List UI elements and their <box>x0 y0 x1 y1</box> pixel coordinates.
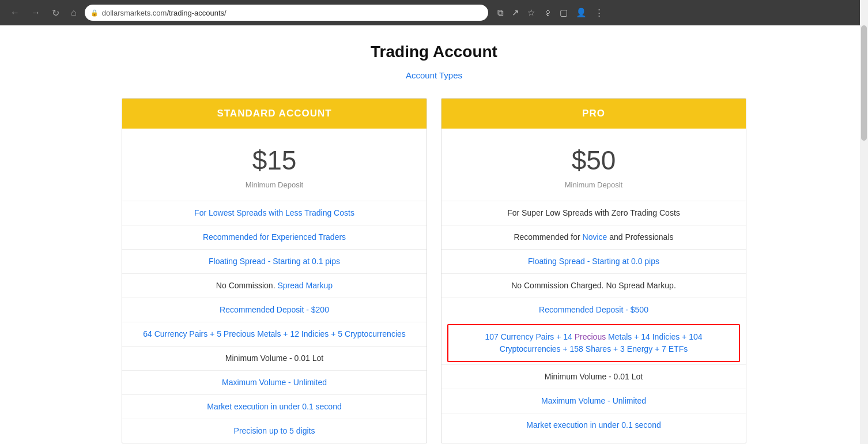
standard-row-7: Minimum Volume - 0.01 Lot <box>122 346 427 370</box>
pro-min-deposit-label: Minimum Deposit <box>441 180 746 189</box>
standard-card-title: STANDARD ACCOUNT <box>217 108 331 119</box>
scrollbar[interactable] <box>860 0 868 444</box>
standard-row-8: Maximum Volume - Unlimited <box>122 370 427 394</box>
home-button[interactable]: ⌂ <box>67 5 80 20</box>
address-url: dollarsmarkets.com/trading-accounts/ <box>102 9 227 17</box>
standard-card-header: STANDARD ACCOUNT <box>122 99 427 129</box>
page-content: Trading Account Account Types STANDARD A… <box>0 25 868 444</box>
profile-icon[interactable]: 👤 <box>576 7 587 18</box>
standard-card-body: $15 Minimum Deposit For Lowest Spreads w… <box>122 129 427 443</box>
pro-row-7: Minimum Volume - 0.01 Lot <box>441 364 746 389</box>
pro-row-3: Floating Spread - Starting at 0.0 pips <box>441 249 746 273</box>
standard-row-9: Market execution in under 0.1 second <box>122 394 427 419</box>
tab-icon[interactable]: ▢ <box>560 7 568 18</box>
pro-row-8: Maximum Volume - Unlimited <box>441 389 746 413</box>
standard-row-10: Precision up to 5 digits <box>122 419 427 443</box>
pro-price: $50 <box>441 129 746 180</box>
address-bar[interactable]: 🔒 dollarsmarkets.com/trading-accounts/ <box>85 5 488 21</box>
standard-row-6: 64 Currency Pairs + 5 Precious Metals + … <box>122 322 427 346</box>
standard-row-1: For Lowest Spreads with Less Trading Cos… <box>122 201 427 225</box>
share-icon[interactable]: ↗ <box>512 7 519 18</box>
standard-price: $15 <box>122 129 427 180</box>
lock-icon: 🔒 <box>90 9 99 17</box>
spread-markup-text: Spread Markup <box>277 281 333 290</box>
standard-row-5: Recommended Deposit - $200 <box>122 298 427 322</box>
standard-row-2: Recommended for Experienced Traders <box>122 225 427 249</box>
back-button[interactable]: ← <box>7 5 23 20</box>
pro-row-9: Market execution in under 0.1 second <box>441 413 746 437</box>
extensions-icon[interactable]: ⧬ <box>543 7 552 18</box>
scrollbar-thumb[interactable] <box>861 25 867 141</box>
pro-row-2: Recommended for Novice and Professionals <box>441 225 746 249</box>
page-title: Trading Account <box>12 43 856 61</box>
standard-row-4: No Commission. Spread Markup <box>122 273 427 298</box>
menu-icon[interactable]: ⋮ <box>595 7 603 18</box>
novice-text: Novice <box>583 232 607 242</box>
pro-row-5: Recommended Deposit - $500 <box>441 298 746 322</box>
chrome-toolbar-icons: ⧉ ↗ ☆ ⧬ ▢ 👤 ⋮ <box>497 7 603 18</box>
standard-min-deposit-label: Minimum Deposit <box>122 180 427 189</box>
account-types-link[interactable]: Account Types <box>12 70 856 81</box>
pro-card-title: PRO <box>582 108 605 119</box>
pro-row-4: No Commission Charged. No Spread Markup. <box>441 273 746 298</box>
precious-metals-text: Precious <box>575 332 606 341</box>
refresh-button[interactable]: ↻ <box>48 5 63 21</box>
bookmark-icon[interactable]: ☆ <box>527 7 535 18</box>
pro-row-6-highlighted: 107 Currency Pairs + 14 Precious Metals … <box>447 324 740 362</box>
browser-chrome: ← → ↻ ⌂ 🔒 dollarsmarkets.com/trading-acc… <box>0 0 868 25</box>
forward-button[interactable]: → <box>28 5 44 20</box>
pro-card-body: $50 Minimum Deposit For Super Low Spread… <box>441 129 746 437</box>
cards-container: STANDARD ACCOUNT $15 Minimum Deposit For… <box>59 98 809 443</box>
account-types-anchor[interactable]: Account Types <box>406 70 462 80</box>
standard-account-card: STANDARD ACCOUNT $15 Minimum Deposit For… <box>122 98 427 443</box>
pro-account-card: PRO $50 Minimum Deposit For Super Low Sp… <box>441 98 746 443</box>
pro-row-1: For Super Low Spreads with Zero Trading … <box>441 201 746 225</box>
screenshot-icon[interactable]: ⧉ <box>497 7 504 18</box>
standard-row-3: Floating Spread - Starting at 0.1 pips <box>122 249 427 273</box>
pro-card-header: PRO <box>441 99 746 129</box>
